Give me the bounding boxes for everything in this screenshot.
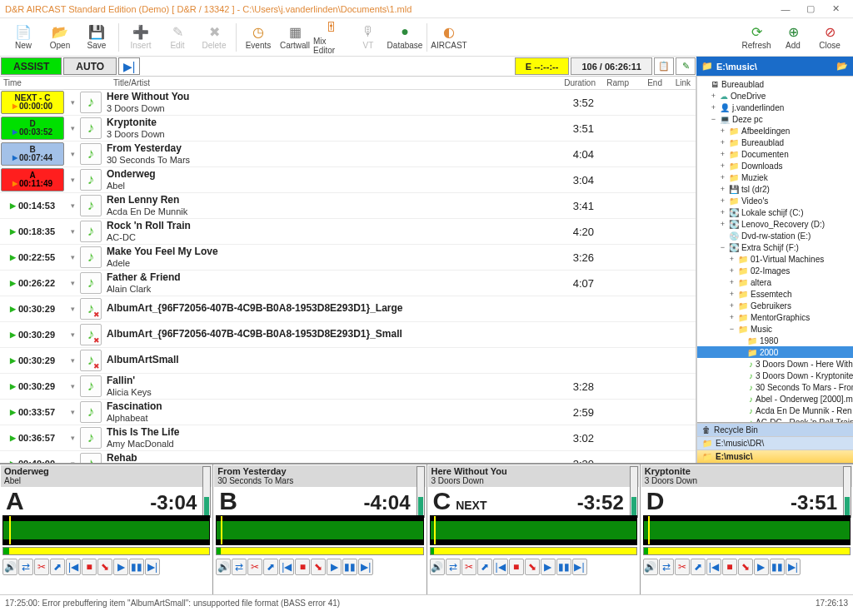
speaker-icon[interactable]: 🔊 — [643, 559, 658, 575]
expand-icon[interactable]: ▾ — [65, 305, 80, 313]
stop-icon[interactable]: ■ — [295, 559, 310, 575]
speaker-icon[interactable]: 🔊 — [430, 559, 445, 575]
tree-node[interactable]: +📁02-Images — [697, 265, 853, 276]
expand-toggle[interactable]: − — [728, 325, 736, 333]
expand-toggle[interactable]: − — [710, 115, 717, 123]
pause-icon[interactable]: ▮▮ — [770, 559, 785, 575]
tree-node[interactable]: +💾tsl (dr2) — [697, 183, 853, 195]
expand-toggle[interactable]: + — [728, 301, 736, 310]
playlist-row[interactable]: ▶00:18:35▾♪Rock 'n Roll TrainAC-DC4:20 — [0, 219, 696, 245]
database-button[interactable]: ●Database — [387, 20, 423, 55]
mixeditor-button[interactable]: 🎚Mix Editor — [313, 20, 350, 55]
expand-icon[interactable]: ▾ — [65, 150, 80, 158]
expand-toggle[interactable]: − — [719, 243, 726, 251]
tree-node[interactable]: +📁01-Virtual Machines — [697, 253, 853, 265]
expand-icon[interactable]: ▾ — [65, 434, 80, 442]
expand-toggle[interactable]: + — [710, 103, 717, 112]
playlist-row[interactable]: A▶00:11:49▾♪OnderwegAbel3:04 — [0, 167, 696, 193]
playlist-row[interactable]: ▶00:30:29▾♪AlbumArt_{96F72056-407B-4C9B-… — [0, 296, 696, 322]
expand-toggle[interactable]: + — [719, 127, 726, 135]
playlist-row[interactable]: ▶00:30:29▾♪AlbumArtSmall — [0, 348, 696, 374]
link-icon[interactable]: ⇄ — [232, 559, 247, 575]
tree-node[interactable]: ♪AC-DC - Rock 'n Roll Train [ — [697, 416, 853, 422]
cartwall-button[interactable]: ▦Cartwall — [277, 20, 313, 55]
path-bar[interactable]: 📁 E:\music\ 📂 — [696, 57, 853, 76]
vt-button[interactable]: 🎙VT — [350, 20, 387, 55]
play-icon[interactable]: ▶ — [113, 559, 128, 575]
expand-icon[interactable]: ▾ — [65, 382, 80, 390]
next-icon[interactable]: ▶| — [145, 559, 160, 575]
expand-toggle[interactable]: + — [719, 161, 726, 170]
next-icon[interactable]: ▶| — [786, 559, 801, 575]
playlist-row[interactable]: ▶00:22:55▾♪Make You Feel My LoveAdele3:2… — [0, 245, 696, 271]
expand-icon[interactable]: ▾ — [65, 408, 80, 416]
tree-node[interactable]: +📁altera — [697, 276, 853, 288]
tree-node[interactable]: +👤j.vanderlinden — [697, 102, 853, 113]
playlist-row[interactable]: ▶00:14:53▾♪Ren Lenny RenAcda En De Munni… — [0, 193, 696, 219]
fadein-icon[interactable]: ⬈ — [477, 559, 492, 575]
tree-node[interactable]: +💽Lokale schijf (C:) — [697, 206, 853, 218]
link-icon[interactable]: ⇄ — [446, 559, 461, 575]
fadein-icon[interactable]: ⬈ — [263, 559, 278, 575]
tree-node[interactable]: ♪Acda En De Munnik - Ren Le — [697, 405, 853, 416]
link-icon[interactable]: ⇄ — [659, 559, 674, 575]
tree-node[interactable]: +📁Bureaublad — [697, 137, 853, 148]
expand-toggle[interactable]: + — [719, 220, 726, 228]
cut-icon[interactable]: ✂ — [675, 559, 690, 575]
edit-button[interactable]: ✎Edit — [159, 20, 196, 55]
stop-icon[interactable]: ■ — [722, 559, 737, 575]
tree-node[interactable]: ♪Abel - Onderweg [2000].mp — [697, 393, 853, 405]
expand-toggle[interactable]: + — [728, 290, 736, 298]
tree-node[interactable]: +📁Video's — [697, 195, 853, 206]
edit-pencil-button[interactable]: ✎ — [676, 57, 696, 75]
expand-icon[interactable]: ▾ — [65, 330, 80, 339]
maximize-button[interactable]: ▢ — [798, 2, 823, 17]
insert-button[interactable]: ➕Insert — [122, 20, 159, 55]
assist-mode-button[interactable]: ASSIST — [1, 57, 62, 75]
expand-icon[interactable]: ▾ — [65, 124, 80, 132]
play-next-button[interactable]: ▶| — [118, 57, 140, 75]
clipboard-button[interactable]: 📋 — [654, 57, 674, 75]
tree-node[interactable]: +💽Lenovo_Recovery (D:) — [697, 218, 853, 230]
new-button[interactable]: 📄New — [5, 20, 42, 55]
tree-node[interactable]: +📁Muziek — [697, 171, 853, 183]
expand-toggle[interactable]: + — [719, 150, 726, 158]
link-icon[interactable]: ⇄ — [18, 559, 33, 575]
progress-bar[interactable] — [430, 547, 637, 555]
tree-node[interactable]: 📁2000 — [697, 346, 853, 358]
play-icon[interactable]: ▶ — [754, 559, 769, 575]
file-tree[interactable]: 🖥Bureaublad+☁OneDrive+👤j.vanderlinden−💻D… — [697, 77, 853, 422]
cut-icon[interactable]: ✂ — [247, 559, 262, 575]
aircast-button[interactable]: ◐AIRCAST — [431, 20, 467, 55]
next-icon[interactable]: ▶| — [572, 559, 587, 575]
playlist-row[interactable]: ▶00:30:29▾♪Fallin'Alicia Keys3:28 — [0, 374, 696, 400]
tree-node[interactable]: −💽Extra Schijf (F:) — [697, 241, 853, 253]
close-window-button[interactable]: ✕ — [823, 2, 848, 17]
expand-icon[interactable]: ▾ — [65, 176, 80, 184]
close-button[interactable]: ⊘Close — [811, 20, 848, 55]
delete-button[interactable]: ✖Delete — [196, 20, 232, 55]
progress-bar[interactable] — [643, 547, 851, 555]
playlist-row[interactable]: ▶00:33:57▾♪FascinationAlphabeat2:59 — [0, 400, 696, 425]
play-icon[interactable]: ▶ — [541, 559, 556, 575]
pause-icon[interactable]: ▮▮ — [342, 559, 357, 575]
expand-toggle[interactable]: + — [728, 278, 736, 286]
expand-toggle[interactable]: + — [728, 255, 736, 263]
expand-toggle[interactable]: + — [719, 185, 726, 193]
playlist-row[interactable]: ▶00:26:22▾♪Father & FriendAlain Clark4:0… — [0, 271, 696, 296]
prev-icon[interactable]: |◀ — [493, 559, 508, 575]
tree-node[interactable]: ♪30 Seconds To Mars - From — [697, 381, 853, 393]
pause-icon[interactable]: ▮▮ — [556, 559, 571, 575]
fadeout-icon[interactable]: ⬊ — [738, 559, 753, 575]
playlist-row[interactable]: ▶00:30:29▾♪AlbumArt_{96F72056-407B-4C9B-… — [0, 322, 696, 348]
tree-node[interactable]: ♪3 Doors Down - Here Witho — [697, 358, 853, 370]
tree-node[interactable]: +📁Downloads — [697, 160, 853, 171]
expand-icon[interactable]: ▾ — [65, 253, 80, 261]
fadeout-icon[interactable]: ⬊ — [311, 559, 326, 575]
save-button[interactable]: 💾Save — [78, 20, 115, 55]
expand-icon[interactable]: ▾ — [65, 356, 80, 365]
speaker-icon[interactable]: 🔊 — [216, 559, 231, 575]
playlist-body[interactable]: NEXT - C▶00:00:00▾♪Here Without You3 Doo… — [0, 90, 696, 463]
play-icon[interactable]: ▶ — [327, 559, 342, 575]
next-icon[interactable]: ▶| — [358, 559, 373, 575]
